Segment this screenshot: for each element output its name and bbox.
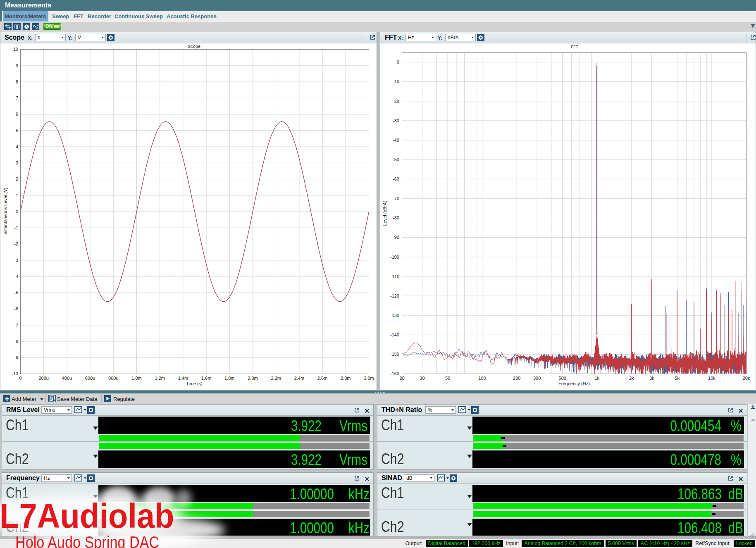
svg-text:Level (dBrA): Level (dBrA) [382, 200, 387, 226]
svg-text:8: 8 [16, 79, 18, 84]
svg-text:9: 9 [16, 63, 18, 68]
svg-text:Frequency (Hz): Frequency (Hz) [558, 381, 590, 386]
svg-text:6: 6 [16, 112, 18, 117]
svg-text:2.8m: 2.8m [341, 376, 351, 381]
svg-text:-100: -100 [390, 255, 399, 260]
svg-text:10k: 10k [708, 376, 715, 381]
svg-text:200u: 200u [38, 376, 48, 381]
svg-text:2k: 2k [629, 376, 634, 381]
svg-text:1.8m: 1.8m [224, 376, 234, 381]
svg-text:100: 100 [478, 376, 486, 381]
svg-text:5: 5 [16, 128, 18, 133]
svg-text:1.4m: 1.4m [178, 376, 188, 381]
svg-text:-40: -40 [393, 138, 399, 143]
svg-text:-8: -8 [14, 339, 18, 344]
svg-text:-3: -3 [14, 258, 18, 263]
svg-text:-10: -10 [393, 79, 399, 84]
svg-text:-120: -120 [390, 293, 399, 298]
svg-text:2.4m: 2.4m [294, 376, 304, 381]
svg-text:30: 30 [420, 376, 425, 381]
svg-text:800u: 800u [108, 376, 118, 381]
svg-text:-50: -50 [393, 157, 399, 162]
svg-text:500: 500 [559, 376, 566, 381]
svg-text:-20: -20 [393, 99, 399, 104]
svg-text:1.2m: 1.2m [155, 376, 165, 381]
svg-text:2: 2 [16, 176, 18, 181]
svg-text:Time (s): Time (s) [186, 381, 203, 386]
svg-text:-160: -160 [390, 371, 399, 376]
svg-text:-70: -70 [393, 196, 399, 201]
svg-text:-80: -80 [393, 215, 399, 220]
svg-text:-1: -1 [14, 225, 18, 230]
svg-text:20: 20 [399, 376, 404, 381]
svg-text:1k: 1k [594, 376, 599, 381]
svg-text:3: 3 [16, 160, 18, 165]
svg-text:-5: -5 [14, 290, 18, 295]
svg-text:2.6m: 2.6m [317, 376, 327, 381]
svg-text:-60: -60 [393, 176, 399, 181]
svg-text:-7: -7 [14, 323, 18, 328]
svg-text:10: 10 [13, 47, 18, 52]
svg-text:FFT: FFT [571, 45, 578, 50]
svg-text:-140: -140 [390, 332, 399, 337]
svg-text:-9: -9 [14, 355, 18, 360]
svg-text:2.0m: 2.0m [248, 376, 258, 381]
svg-text:2.2m: 2.2m [271, 376, 281, 381]
svg-text:50: 50 [445, 376, 450, 381]
svg-text:-4: -4 [14, 274, 18, 279]
svg-text:600u: 600u [85, 376, 95, 381]
svg-text:-10: -10 [12, 371, 18, 376]
svg-text:-110: -110 [391, 274, 399, 279]
svg-text:1: 1 [16, 193, 18, 198]
svg-text:1.0m: 1.0m [131, 376, 141, 381]
svg-text:-150: -150 [390, 352, 399, 357]
svg-text:0: 0 [19, 376, 21, 381]
svg-text:4: 4 [16, 144, 18, 149]
svg-text:-30: -30 [393, 118, 399, 123]
svg-text:300: 300 [533, 376, 541, 381]
svg-text:1.6m: 1.6m [201, 376, 211, 381]
svg-text:-6: -6 [14, 306, 18, 311]
svg-text:200: 200 [513, 376, 520, 381]
svg-text:Scope: Scope [188, 45, 200, 49]
svg-text:7: 7 [16, 95, 18, 100]
svg-text:0: 0 [397, 60, 399, 64]
svg-text:400u: 400u [62, 376, 72, 381]
svg-text:3k: 3k [649, 376, 654, 381]
svg-text:5k: 5k [675, 376, 680, 381]
svg-text:20k: 20k [743, 376, 750, 381]
svg-text:-130: -130 [390, 313, 399, 318]
svg-text:-90: -90 [393, 235, 399, 240]
svg-text:-2: -2 [14, 241, 18, 246]
svg-text:3.0m: 3.0m [364, 376, 374, 381]
svg-text:Instantaneous Level (V): Instantaneous Level (V) [3, 188, 8, 236]
svg-text:0: 0 [16, 209, 18, 214]
